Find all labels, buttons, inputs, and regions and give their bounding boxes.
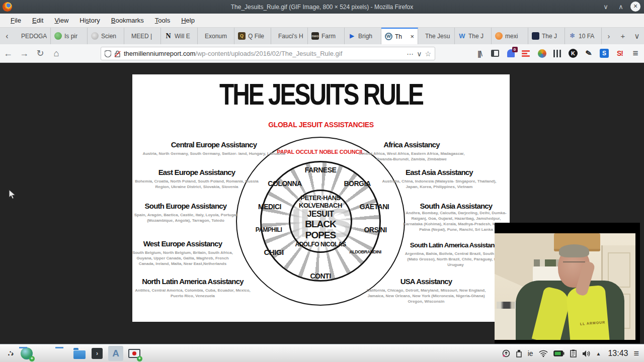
tracking-shield-icon[interactable] (105, 50, 111, 57)
tab[interactable]: QQ File (234, 28, 271, 44)
tab[interactable]: ▶Brigh (345, 28, 381, 44)
jesuits-rule-image[interactable]: THE JESUITS RULE GLOBAL JESUIT ASSISTANC… (132, 74, 510, 322)
letter-W-blue-favicon: W (458, 32, 466, 40)
taskbar-terminal[interactable]: › (91, 347, 104, 360)
circle-k-extension-icon[interactable]: K (569, 49, 578, 58)
assistancy-block: Africa Assistancy Central Africa, West A… (354, 140, 469, 162)
back-button[interactable]: ← (0, 48, 16, 59)
assistancy-block: East Europe Assistancy Bohemia, Croatia,… (132, 168, 261, 190)
clipboard-tray-icon[interactable] (570, 349, 577, 357)
minimize-button[interactable]: ∨ (598, 3, 613, 11)
volume-tray-icon[interactable] (582, 350, 591, 357)
adblock-extension-icon[interactable] (522, 49, 531, 58)
page-actions-button[interactable]: ⋯ (407, 50, 414, 58)
menu-history[interactable]: History (74, 15, 105, 26)
show-desktop-button[interactable]: ∴› (5, 347, 16, 360)
ring-name: CONTI (310, 272, 331, 280)
center-name-line: ADOLFO NICOLAS (295, 241, 346, 248)
tab[interactable]: Scien (88, 28, 124, 44)
bookmark-star-button[interactable]: ☆ (425, 50, 431, 58)
assistancy-regions: Argentina, Bahia, Bolivia, Central Brazi… (401, 251, 510, 267)
home-button[interactable]: ⌂ (48, 48, 64, 59)
clock[interactable]: 13:43 (608, 349, 628, 358)
tab-scroll-left-button[interactable]: ‹ (0, 28, 14, 44)
assistancy-regions: Central Africa, West Africa, Eastern Afr… (354, 151, 469, 162)
tab-label: Will E (175, 33, 194, 40)
tab-active[interactable]: WTh× (381, 28, 418, 44)
navigation-toolbar: ← → ↻ ⌂ themillenniumreport.com/wp-conte… (0, 44, 644, 63)
updates-tray-icon[interactable] (502, 349, 510, 357)
tab[interactable]: PEDOGA (14, 28, 51, 44)
maximize-button[interactable]: ∧ (613, 3, 628, 11)
tab-scroll-right-button[interactable]: › (602, 32, 616, 40)
keyboard-layout-indicator[interactable]: ie (528, 349, 533, 357)
taskbar-file-manager[interactable] (73, 347, 86, 360)
pocket-button[interactable]: ∨ (417, 50, 422, 58)
tab[interactable]: mexi (492, 28, 528, 44)
tab[interactable]: Fauci's H (271, 28, 308, 44)
tab[interactable]: Is pir (51, 28, 88, 44)
panel-handle-icon[interactable]: ≡ (633, 348, 639, 359)
pen-extension-icon[interactable]: ✎ (584, 48, 594, 59)
menu-tools[interactable]: Tools (149, 15, 176, 26)
taskbar-screen-recorder[interactable]: + (128, 347, 141, 360)
taskbar-firefox-window[interactable] (55, 347, 68, 360)
reload-button[interactable]: ↻ (32, 48, 48, 59)
tab-label: Exonum (205, 33, 230, 40)
taskbar-globe-launcher[interactable]: + (20, 347, 33, 360)
url-domain: themillenniumreport.com (124, 50, 195, 57)
tab[interactable]: WThe J (455, 28, 492, 44)
list-all-tabs-button[interactable]: ∨ (630, 32, 644, 41)
assistancy-regions: Antilles, Central America, Colombia, Cub… (132, 288, 253, 299)
assistancy-block: West Europe Assistancy South Belgium, No… (132, 239, 233, 266)
dark-photo-favicon (532, 32, 539, 40)
battery-tray-icon[interactable] (553, 350, 565, 356)
menu-edit[interactable]: Edit (27, 15, 49, 26)
ring-name: BORGIA (344, 179, 371, 188)
tab-close-button[interactable]: × (410, 33, 414, 40)
menu-bookmarks[interactable]: Bookmarks (106, 15, 149, 26)
tab[interactable]: The Jesu (418, 28, 455, 44)
blue-s-extension-icon[interactable]: S (600, 49, 609, 58)
tab[interactable]: NWill E (161, 28, 198, 44)
dark-logo-favicon: nwo (311, 32, 319, 40)
tab-label: Q File (248, 33, 267, 40)
red-s-extension-icon[interactable]: S! (615, 49, 624, 58)
tab[interactable]: The J (528, 28, 565, 44)
new-tab-button[interactable]: + (616, 32, 630, 40)
menu-view[interactable]: View (49, 15, 74, 26)
menu-file[interactable]: File (5, 15, 27, 26)
wifi-tray-icon[interactable] (539, 350, 548, 357)
tab-label: The J (468, 33, 488, 40)
menu-help[interactable]: Help (176, 15, 200, 26)
tab[interactable]: Exonum (198, 28, 234, 44)
url-bar[interactable]: themillenniumreport.com/wp-content/uploa… (101, 47, 435, 60)
tab[interactable]: nwoFarm (308, 28, 345, 44)
insecure-lock-icon[interactable] (114, 50, 121, 57)
hi-vis-vest (566, 285, 609, 340)
library-icon[interactable]: |||\ (475, 49, 484, 58)
forward-button[interactable]: → (16, 48, 32, 59)
taskbar-active-app[interactable]: A (108, 346, 123, 361)
fence-extension-icon[interactable] (553, 49, 562, 58)
close-button[interactable]: × (630, 2, 640, 12)
taskbar-firefox-launcher[interactable] (38, 347, 51, 360)
inner-circle: PETER-HANS KOLVENBACH JESUIT BLACK POPES… (289, 190, 352, 253)
tray-expand-caret[interactable]: ▲ (596, 351, 601, 356)
swirl-extension-icon[interactable] (537, 49, 546, 58)
assistancy-regions: South Belgium, North Belgium, Britain, S… (132, 250, 233, 266)
hamburger-menu-icon[interactable]: ≡ (631, 49, 640, 58)
tab[interactable]: ✻10 FA (565, 28, 602, 44)
removable-media-tray-icon[interactable] (516, 349, 522, 357)
orange-circle-favicon (495, 32, 503, 40)
tab[interactable]: MEED | (124, 28, 161, 44)
sidebar-toggle-icon[interactable] (491, 49, 500, 58)
ghostery-extension-icon[interactable]: 0 (506, 49, 515, 58)
url-text[interactable]: themillenniumreport.com/wp-content/uploa… (124, 50, 404, 57)
assistancy-regions: Australia, China, Indonesia (Malaysia- S… (381, 178, 497, 190)
tab-label: Brigh (358, 33, 377, 40)
tab-label: Is pir (64, 33, 84, 40)
assistancy-block: South Latin America Assistancy Argentina… (401, 241, 510, 267)
ring-name: GAETANI (360, 203, 389, 211)
mouse-cursor (9, 189, 16, 202)
